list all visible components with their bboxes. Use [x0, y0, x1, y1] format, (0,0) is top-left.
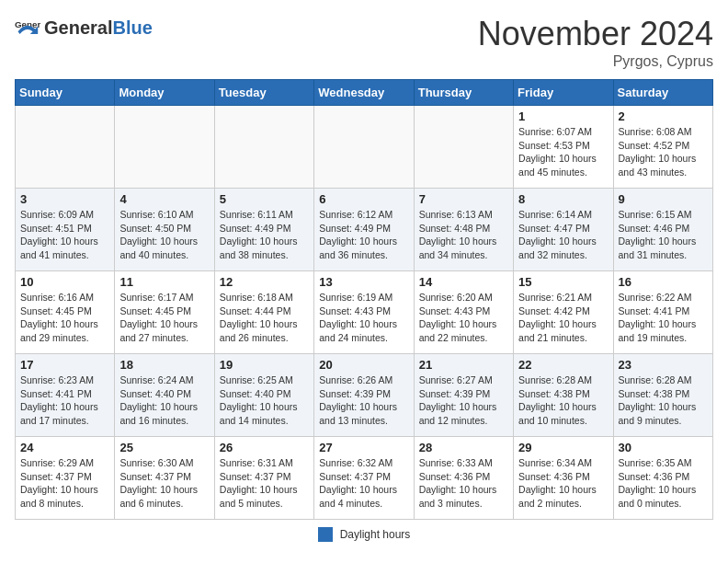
calendar-cell — [16, 106, 115, 189]
calendar-cell: 18Sunrise: 6:24 AM Sunset: 4:40 PM Dayli… — [115, 354, 214, 437]
day-number: 29 — [518, 441, 608, 454]
month-title: November 2024 — [478, 15, 713, 53]
col-sunday: Sunday — [16, 80, 115, 106]
day-info: Sunrise: 6:07 AM Sunset: 4:53 PM Dayligh… — [518, 125, 608, 179]
legend-box — [318, 527, 333, 542]
day-info: Sunrise: 6:13 AM Sunset: 4:48 PM Dayligh… — [419, 208, 508, 262]
calendar-cell: 14Sunrise: 6:20 AM Sunset: 4:43 PM Dayli… — [414, 271, 513, 354]
day-info: Sunrise: 6:28 AM Sunset: 4:38 PM Dayligh… — [518, 373, 608, 428]
day-number: 14 — [419, 275, 508, 289]
col-tuesday: Tuesday — [214, 80, 313, 106]
day-info: Sunrise: 6:17 AM Sunset: 4:45 PM Dayligh… — [119, 291, 209, 345]
calendar-cell: 5Sunrise: 6:11 AM Sunset: 4:49 PM Daylig… — [214, 189, 313, 271]
calendar-cell: 12Sunrise: 6:18 AM Sunset: 4:44 PM Dayli… — [214, 271, 313, 354]
day-number: 4 — [119, 192, 209, 206]
calendar-week-4: 24Sunrise: 6:29 AM Sunset: 4:37 PM Dayli… — [16, 437, 713, 520]
day-number: 8 — [518, 192, 608, 206]
col-monday: Monday — [115, 80, 214, 106]
day-info: Sunrise: 6:09 AM Sunset: 4:51 PM Dayligh… — [20, 208, 109, 262]
calendar-cell: 13Sunrise: 6:19 AM Sunset: 4:43 PM Dayli… — [314, 271, 414, 354]
day-info: Sunrise: 6:23 AM Sunset: 4:41 PM Dayligh… — [20, 373, 109, 428]
day-info: Sunrise: 6:28 AM Sunset: 4:38 PM Dayligh… — [619, 373, 708, 428]
day-number: 22 — [518, 358, 608, 372]
day-info: Sunrise: 6:27 AM Sunset: 4:39 PM Dayligh… — [419, 373, 508, 428]
calendar-cell: 23Sunrise: 6:28 AM Sunset: 4:38 PM Dayli… — [613, 354, 712, 437]
page-header: General GeneralBlue November 2024 Pyrgos… — [15, 15, 713, 70]
logo: General GeneralBlue — [15, 15, 153, 40]
day-number: 24 — [20, 441, 109, 454]
day-info: Sunrise: 6:11 AM Sunset: 4:49 PM Dayligh… — [220, 208, 309, 262]
day-number: 9 — [619, 192, 708, 206]
calendar-cell — [115, 106, 214, 189]
calendar-cell: 4Sunrise: 6:10 AM Sunset: 4:50 PM Daylig… — [115, 189, 214, 271]
day-number: 27 — [319, 441, 408, 454]
calendar-cell — [214, 106, 313, 189]
header-row: Sunday Monday Tuesday Wednesday Thursday… — [16, 80, 713, 106]
day-number: 13 — [319, 275, 408, 289]
calendar-cell — [314, 106, 414, 189]
day-number: 26 — [220, 441, 309, 454]
day-info: Sunrise: 6:21 AM Sunset: 4:42 PM Dayligh… — [518, 291, 608, 345]
day-number: 15 — [518, 275, 608, 289]
day-info: Sunrise: 6:33 AM Sunset: 4:36 PM Dayligh… — [419, 456, 508, 511]
calendar-cell: 8Sunrise: 6:14 AM Sunset: 4:47 PM Daylig… — [514, 189, 613, 271]
day-info: Sunrise: 6:14 AM Sunset: 4:47 PM Dayligh… — [518, 208, 608, 262]
day-info: Sunrise: 6:22 AM Sunset: 4:41 PM Dayligh… — [619, 291, 708, 345]
col-friday: Friday — [514, 80, 613, 106]
day-number: 23 — [619, 358, 708, 372]
calendar-cell: 17Sunrise: 6:23 AM Sunset: 4:41 PM Dayli… — [16, 354, 115, 437]
day-number: 1 — [518, 109, 608, 123]
calendar-week-0: 1Sunrise: 6:07 AM Sunset: 4:53 PM Daylig… — [16, 106, 713, 189]
footer: Daylight hours — [15, 527, 713, 542]
day-info: Sunrise: 6:26 AM Sunset: 4:39 PM Dayligh… — [319, 373, 408, 428]
day-info: Sunrise: 6:32 AM Sunset: 4:37 PM Dayligh… — [319, 456, 408, 511]
day-info: Sunrise: 6:12 AM Sunset: 4:49 PM Dayligh… — [319, 208, 408, 262]
day-number: 25 — [119, 441, 209, 454]
day-number: 10 — [20, 275, 109, 289]
day-info: Sunrise: 6:20 AM Sunset: 4:43 PM Dayligh… — [419, 291, 508, 345]
calendar-cell: 6Sunrise: 6:12 AM Sunset: 4:49 PM Daylig… — [314, 189, 414, 271]
day-number: 18 — [119, 358, 209, 372]
calendar-cell: 21Sunrise: 6:27 AM Sunset: 4:39 PM Dayli… — [414, 354, 513, 437]
day-number: 7 — [419, 192, 508, 206]
day-number: 21 — [419, 358, 508, 372]
day-number: 28 — [419, 441, 508, 454]
day-info: Sunrise: 6:34 AM Sunset: 4:36 PM Dayligh… — [518, 456, 608, 511]
calendar-table: Sunday Monday Tuesday Wednesday Thursday… — [15, 79, 713, 520]
calendar-cell: 20Sunrise: 6:26 AM Sunset: 4:39 PM Dayli… — [314, 354, 414, 437]
day-number: 11 — [119, 275, 209, 289]
calendar-cell: 16Sunrise: 6:22 AM Sunset: 4:41 PM Dayli… — [613, 271, 712, 354]
day-info: Sunrise: 6:19 AM Sunset: 4:43 PM Dayligh… — [319, 291, 408, 345]
day-number: 20 — [319, 358, 408, 372]
calendar-cell: 27Sunrise: 6:32 AM Sunset: 4:37 PM Dayli… — [314, 437, 414, 520]
calendar-week-1: 3Sunrise: 6:09 AM Sunset: 4:51 PM Daylig… — [16, 189, 713, 271]
legend-label: Daylight hours — [340, 528, 411, 541]
day-info: Sunrise: 6:18 AM Sunset: 4:44 PM Dayligh… — [220, 291, 309, 345]
calendar-cell: 1Sunrise: 6:07 AM Sunset: 4:53 PM Daylig… — [514, 106, 613, 189]
calendar-cell — [414, 106, 513, 189]
logo-blue: Blue — [112, 17, 152, 38]
calendar-cell: 7Sunrise: 6:13 AM Sunset: 4:48 PM Daylig… — [414, 189, 513, 271]
day-info: Sunrise: 6:30 AM Sunset: 4:37 PM Dayligh… — [119, 456, 209, 511]
day-number: 2 — [619, 109, 708, 123]
calendar-cell: 26Sunrise: 6:31 AM Sunset: 4:37 PM Dayli… — [214, 437, 313, 520]
day-info: Sunrise: 6:25 AM Sunset: 4:40 PM Dayligh… — [220, 373, 309, 428]
day-info: Sunrise: 6:08 AM Sunset: 4:52 PM Dayligh… — [619, 125, 708, 179]
calendar-cell: 30Sunrise: 6:35 AM Sunset: 4:36 PM Dayli… — [613, 437, 712, 520]
calendar-cell: 19Sunrise: 6:25 AM Sunset: 4:40 PM Dayli… — [214, 354, 313, 437]
day-info: Sunrise: 6:31 AM Sunset: 4:37 PM Dayligh… — [220, 456, 309, 511]
day-info: Sunrise: 6:24 AM Sunset: 4:40 PM Dayligh… — [119, 373, 209, 428]
calendar-cell: 24Sunrise: 6:29 AM Sunset: 4:37 PM Dayli… — [16, 437, 115, 520]
logo-icon: General — [15, 15, 40, 40]
day-number: 5 — [220, 192, 309, 206]
day-number: 12 — [220, 275, 309, 289]
day-info: Sunrise: 6:29 AM Sunset: 4:37 PM Dayligh… — [20, 456, 109, 511]
calendar-cell: 2Sunrise: 6:08 AM Sunset: 4:52 PM Daylig… — [613, 106, 712, 189]
day-number: 30 — [619, 441, 708, 454]
calendar-cell: 11Sunrise: 6:17 AM Sunset: 4:45 PM Dayli… — [115, 271, 214, 354]
day-number: 17 — [20, 358, 109, 372]
day-number: 6 — [319, 192, 408, 206]
calendar-cell: 25Sunrise: 6:30 AM Sunset: 4:37 PM Dayli… — [115, 437, 214, 520]
col-saturday: Saturday — [613, 80, 712, 106]
day-number: 3 — [20, 192, 109, 206]
